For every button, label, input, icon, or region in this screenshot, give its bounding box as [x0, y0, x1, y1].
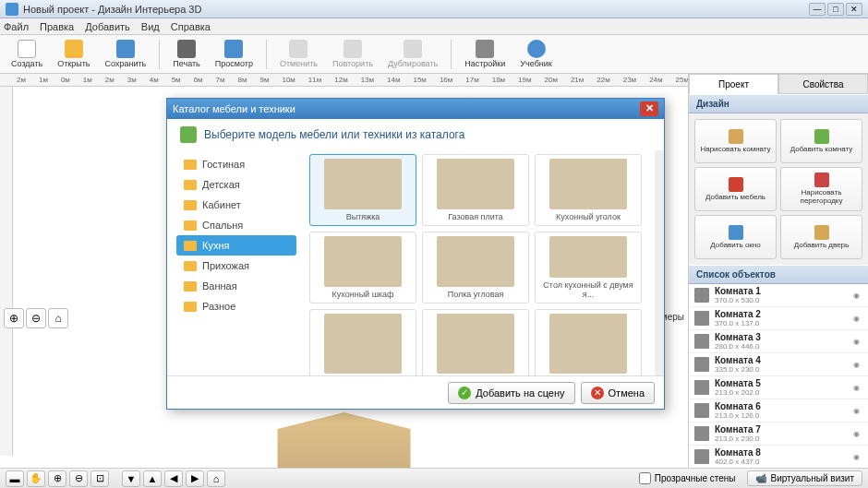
- object-icon: [694, 403, 709, 418]
- object-list-item[interactable]: Комната 2370.0 x 137.0◉: [689, 307, 868, 330]
- menu-view[interactable]: Вид: [141, 21, 160, 32]
- visibility-icon[interactable]: ◉: [853, 453, 862, 461]
- visibility-icon[interactable]: ◉: [853, 407, 862, 415]
- object-icon: [694, 357, 709, 372]
- tab-project[interactable]: Проект: [689, 74, 778, 94]
- object-list-item[interactable]: Комната 1370.0 x 530.0◉: [689, 284, 868, 307]
- add-room-button[interactable]: Добавить комнату: [780, 119, 862, 163]
- furniture-item[interactable]: Стол кухонный с двумя я...: [535, 232, 642, 304]
- menu-file[interactable]: Файл: [4, 21, 29, 32]
- object-list-item[interactable]: Комната 6213.0 x 126.0◉: [689, 399, 868, 423]
- virtual-visit-button[interactable]: 📹Виртуальный визит: [747, 470, 862, 486]
- catalog-dialog: Каталог мебели и техники ✕ Выберите моде…: [166, 98, 665, 410]
- scrollbar[interactable]: [655, 150, 664, 375]
- item-grid: ВытяжкаГазовая плитаКухонный уголокКухон…: [306, 150, 655, 375]
- furniture-item[interactable]: Газовая плита: [422, 154, 529, 226]
- visibility-icon[interactable]: ◉: [853, 361, 862, 369]
- maximize-button[interactable]: □: [827, 3, 844, 16]
- dialog-heading: Выберите модель мебели или техники из ка…: [167, 119, 664, 150]
- add-to-scene-button[interactable]: ✓Добавить на сцену: [448, 382, 574, 404]
- draw-room-button[interactable]: Нарисовать комнату: [694, 119, 777, 163]
- redo-button[interactable]: Повторить: [327, 38, 379, 70]
- folder-icon: [184, 200, 197, 210]
- menu-add[interactable]: Добавить: [85, 21, 130, 32]
- create-button[interactable]: Создать: [6, 38, 48, 70]
- tool-hand[interactable]: ✋: [27, 470, 45, 487]
- save-button[interactable]: Сохранить: [100, 38, 152, 70]
- draw-wall-button[interactable]: Нарисовать перегородку: [780, 167, 862, 211]
- print-button[interactable]: Печать: [167, 38, 205, 70]
- tool-pointer[interactable]: ▬: [6, 470, 24, 487]
- furniture-item[interactable]: Вытяжка: [309, 154, 416, 226]
- furniture-thumbnail: [549, 236, 628, 278]
- menu-edit[interactable]: Правка: [40, 21, 74, 32]
- cancel-icon: ✕: [591, 387, 604, 399]
- tool-zoom-in[interactable]: ⊕: [48, 470, 66, 487]
- furniture-item[interactable]: Полка угловая: [422, 232, 529, 304]
- visibility-icon[interactable]: ◉: [853, 292, 862, 300]
- open-button[interactable]: Открыть: [52, 38, 95, 70]
- folder-icon: [184, 281, 197, 292]
- furniture-item[interactable]: Кухонный шкаф: [309, 232, 416, 304]
- settings-button[interactable]: Настройки: [459, 38, 511, 70]
- category-item[interactable]: Разное: [176, 296, 296, 316]
- object-list-item[interactable]: Комната 7213.0 x 230.0◉: [689, 423, 868, 446]
- tool-rotate-right[interactable]: ▶: [186, 470, 204, 487]
- furniture-item[interactable]: [422, 309, 529, 375]
- catalog-icon: [180, 126, 197, 143]
- menu-help[interactable]: Справка: [171, 21, 211, 32]
- category-item[interactable]: Гостиная: [176, 154, 296, 174]
- tool-rotate-up[interactable]: ▲: [143, 470, 162, 487]
- visibility-icon[interactable]: ◉: [853, 430, 862, 438]
- cancel-button[interactable]: ✕Отмена: [581, 382, 655, 404]
- furniture-thumbnail: [324, 314, 403, 374]
- visibility-icon[interactable]: ◉: [853, 315, 862, 323]
- minimize-button[interactable]: —: [809, 3, 826, 16]
- add-window-button[interactable]: Добавить окно: [694, 215, 777, 259]
- close-button[interactable]: ✕: [846, 3, 862, 16]
- add-furniture-button[interactable]: Добавить мебель: [694, 167, 777, 211]
- help-icon: [527, 40, 546, 58]
- furniture-item[interactable]: Кухонный уголок: [535, 154, 642, 226]
- category-list: ГостинаяДетскаяКабинетСпальняКухняПрихож…: [167, 150, 306, 375]
- category-item[interactable]: Ванная: [176, 276, 296, 296]
- furniture-item[interactable]: [309, 309, 416, 375]
- object-list-item[interactable]: Комната 8402.0 x 437.0◉: [689, 446, 868, 468]
- tab-properties[interactable]: Свойства: [778, 74, 868, 94]
- category-item[interactable]: Прихожая: [176, 256, 296, 276]
- object-list[interactable]: Комната 1370.0 x 530.0◉Комната 2370.0 x …: [689, 284, 868, 468]
- transparent-walls-checkbox[interactable]: Прозрачные стены: [639, 472, 736, 484]
- wall-icon: [814, 173, 829, 187]
- right-panel: Проект Свойства Дизайн Нарисовать комнат…: [688, 74, 868, 468]
- preview-button[interactable]: Просмотр: [210, 38, 259, 70]
- zoom-in-button[interactable]: ⊕: [4, 308, 24, 328]
- category-item[interactable]: Спальня: [176, 215, 296, 235]
- dialog-titlebar[interactable]: Каталог мебели и техники ✕: [167, 99, 664, 119]
- furniture-item[interactable]: [535, 309, 642, 375]
- toolbar: Создать Открыть Сохранить Печать Просмот…: [0, 35, 868, 74]
- tool-zoom-fit[interactable]: ⊡: [90, 470, 109, 487]
- undo-button[interactable]: Отменить: [274, 38, 323, 70]
- category-item[interactable]: Кухня: [176, 235, 296, 256]
- window-icon: [729, 225, 743, 240]
- tool-rotate-left[interactable]: ◀: [164, 470, 183, 487]
- category-item[interactable]: Детская: [176, 174, 296, 195]
- zoom-out-button[interactable]: ⊖: [26, 308, 46, 328]
- tool-rotate-down[interactable]: ▼: [122, 470, 140, 487]
- category-item[interactable]: Кабинет: [176, 195, 296, 215]
- duplicate-button[interactable]: Дублировать: [382, 38, 443, 70]
- object-list-item[interactable]: Комната 4335.0 x 230.0◉: [689, 353, 868, 376]
- visibility-icon[interactable]: ◉: [853, 338, 862, 346]
- tutorial-button[interactable]: Учебник: [514, 38, 557, 70]
- dialog-close-button[interactable]: ✕: [640, 101, 658, 116]
- chair-icon: [729, 177, 743, 192]
- tool-zoom-out[interactable]: ⊖: [69, 470, 88, 487]
- tool-reset[interactable]: ⌂: [207, 470, 225, 487]
- dialog-body: ГостинаяДетскаяКабинетСпальняКухняПрихож…: [167, 150, 664, 375]
- home-button[interactable]: ⌂: [48, 308, 68, 328]
- furniture-thumbnail: [437, 159, 515, 209]
- object-list-item[interactable]: Комната 3280.0 x 446.0◉: [689, 330, 868, 353]
- add-door-button[interactable]: Добавить дверь: [780, 215, 862, 259]
- visibility-icon[interactable]: ◉: [853, 384, 862, 392]
- object-list-item[interactable]: Комната 5213.0 x 202.0◉: [689, 376, 868, 399]
